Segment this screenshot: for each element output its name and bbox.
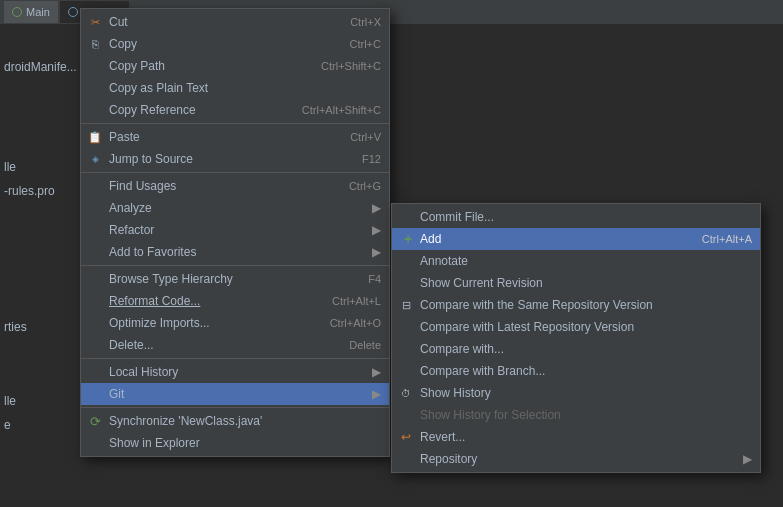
menu-item-find-usages[interactable]: Find Usages Ctrl+G	[81, 175, 389, 197]
show-history-label: Show History	[420, 386, 752, 400]
copy-reference-shortcut: Ctrl+Alt+Shift+C	[302, 104, 381, 116]
git-menu-item-compare-same[interactable]: ⊟ Compare with the Same Repository Versi…	[392, 294, 760, 316]
analyze-label: Analyze	[109, 201, 368, 215]
analyze-arrow: ▶	[372, 201, 381, 215]
git-menu-item-repository[interactable]: Repository ▶	[392, 448, 760, 470]
context-menu: ✂ Cut Ctrl+X ⎘ Copy Ctrl+C Copy Path Ctr…	[80, 8, 390, 457]
browse-type-hierarchy-shortcut: F4	[368, 273, 381, 285]
browse-type-hierarchy-label: Browse Type Hierarchy	[109, 272, 348, 286]
menu-item-jump-to-source[interactable]: ◈ Jump to Source F12	[81, 148, 389, 170]
refactor-label: Refactor	[109, 223, 368, 237]
synchronize-label: Synchronize 'NewClass.java'	[109, 414, 381, 428]
paste-label: Paste	[109, 130, 330, 144]
tab-main[interactable]: Main	[4, 1, 58, 23]
repository-label: Repository	[420, 452, 739, 466]
copy-shortcut: Ctrl+C	[350, 38, 381, 50]
sidebar-item-2: lle	[4, 160, 16, 174]
git-submenu: Commit File... + Add Ctrl+Alt+A Annotate…	[391, 203, 761, 473]
refactor-arrow: ▶	[372, 223, 381, 237]
menu-item-show-in-explorer[interactable]: Show in Explorer	[81, 432, 389, 454]
reformat-code-shortcut: Ctrl+Alt+L	[332, 295, 381, 307]
git-menu-item-compare-latest[interactable]: Compare with Latest Repository Version	[392, 316, 760, 338]
annotate-label: Annotate	[420, 254, 752, 268]
git-menu-item-commit-file[interactable]: Commit File...	[392, 206, 760, 228]
sidebar-item-1: droidManife...	[4, 60, 77, 74]
add-shortcut: Ctrl+Alt+A	[702, 233, 752, 245]
show-in-explorer-label: Show in Explorer	[109, 436, 381, 450]
menu-item-add-to-favorites[interactable]: Add to Favorites ▶	[81, 241, 389, 263]
show-current-revision-label: Show Current Revision	[420, 276, 752, 290]
git-menu-item-show-history[interactable]: ⏱ Show History	[392, 382, 760, 404]
separator-4	[81, 358, 389, 359]
cut-label: Cut	[109, 15, 330, 29]
separator-5	[81, 407, 389, 408]
git-menu-item-show-history-selection[interactable]: Show History for Selection	[392, 404, 760, 426]
tab-label-main: Main	[26, 6, 50, 18]
menu-item-analyze[interactable]: Analyze ▶	[81, 197, 389, 219]
local-history-arrow: ▶	[372, 365, 381, 379]
separator-3	[81, 265, 389, 266]
git-menu-item-revert[interactable]: ↩ Revert...	[392, 426, 760, 448]
tab-icon-newc	[68, 7, 78, 17]
add-plus-icon: +	[400, 231, 416, 247]
menu-item-browse-type-hierarchy[interactable]: Browse Type Hierarchy F4	[81, 268, 389, 290]
tab-icon-main	[12, 7, 22, 17]
compare-same-label: Compare with the Same Repository Version	[420, 298, 752, 312]
menu-item-local-history[interactable]: Local History ▶	[81, 361, 389, 383]
separator-2	[81, 172, 389, 173]
find-usages-label: Find Usages	[109, 179, 329, 193]
jump-to-source-icon: ◈	[87, 151, 103, 167]
separator-1	[81, 123, 389, 124]
sidebar-item-4: rties	[4, 320, 27, 334]
menu-item-cut[interactable]: ✂ Cut Ctrl+X	[81, 11, 389, 33]
compare-branch-label: Compare with Branch...	[420, 364, 752, 378]
menu-item-git[interactable]: Git ▶	[81, 383, 389, 405]
add-to-favorites-label: Add to Favorites	[109, 245, 368, 259]
compare-latest-label: Compare with Latest Repository Version	[420, 320, 752, 334]
reformat-code-label: Reformat Code...	[109, 294, 312, 308]
show-history-selection-label: Show History for Selection	[420, 408, 752, 422]
copy-label: Copy	[109, 37, 330, 51]
add-label: Add	[420, 232, 682, 246]
repository-arrow: ▶	[743, 452, 752, 466]
show-history-icon: ⏱	[398, 385, 414, 401]
menu-item-refactor[interactable]: Refactor ▶	[81, 219, 389, 241]
git-menu-item-add[interactable]: + Add Ctrl+Alt+A	[392, 228, 760, 250]
git-menu-item-show-current-revision[interactable]: Show Current Revision	[392, 272, 760, 294]
menu-item-paste[interactable]: 📋 Paste Ctrl+V	[81, 126, 389, 148]
sidebar-item-5: lle	[4, 394, 16, 408]
copy-path-shortcut: Ctrl+Shift+C	[321, 60, 381, 72]
menu-item-reformat-code[interactable]: Reformat Code... Ctrl+Alt+L	[81, 290, 389, 312]
sidebar-item-6: e	[4, 418, 11, 432]
menu-item-optimize-imports[interactable]: Optimize Imports... Ctrl+Alt+O	[81, 312, 389, 334]
menu-item-synchronize[interactable]: ⟳ Synchronize 'NewClass.java'	[81, 410, 389, 432]
git-menu-item-compare-with[interactable]: Compare with...	[392, 338, 760, 360]
cut-shortcut: Ctrl+X	[350, 16, 381, 28]
copy-icon: ⎘	[87, 36, 103, 52]
git-menu-item-compare-branch[interactable]: Compare with Branch...	[392, 360, 760, 382]
menu-item-copy-reference[interactable]: Copy Reference Ctrl+Alt+Shift+C	[81, 99, 389, 121]
local-history-label: Local History	[109, 365, 368, 379]
cut-icon: ✂	[87, 14, 103, 30]
copy-reference-label: Copy Reference	[109, 103, 282, 117]
paste-icon: 📋	[87, 129, 103, 145]
compare-same-icon: ⊟	[398, 297, 414, 313]
menu-item-copy-path[interactable]: Copy Path Ctrl+Shift+C	[81, 55, 389, 77]
paste-shortcut: Ctrl+V	[350, 131, 381, 143]
optimize-imports-shortcut: Ctrl+Alt+O	[330, 317, 381, 329]
git-label: Git	[109, 387, 368, 401]
menu-item-delete[interactable]: Delete... Delete	[81, 334, 389, 356]
optimize-imports-label: Optimize Imports...	[109, 316, 310, 330]
menu-item-copy-plain-text[interactable]: Copy as Plain Text	[81, 77, 389, 99]
git-menu-item-annotate[interactable]: Annotate	[392, 250, 760, 272]
synchronize-icon: ⟳	[87, 413, 103, 429]
menu-item-git-container: Git ▶ Commit File... + Add Ctrl+Alt+A An…	[81, 383, 389, 405]
menu-item-copy[interactable]: ⎘ Copy Ctrl+C	[81, 33, 389, 55]
git-arrow: ▶	[372, 387, 381, 401]
jump-to-source-shortcut: F12	[362, 153, 381, 165]
copy-plain-text-label: Copy as Plain Text	[109, 81, 381, 95]
find-usages-shortcut: Ctrl+G	[349, 180, 381, 192]
delete-shortcut: Delete	[349, 339, 381, 351]
add-to-favorites-arrow: ▶	[372, 245, 381, 259]
sidebar-item-3: -rules.pro	[4, 184, 55, 198]
